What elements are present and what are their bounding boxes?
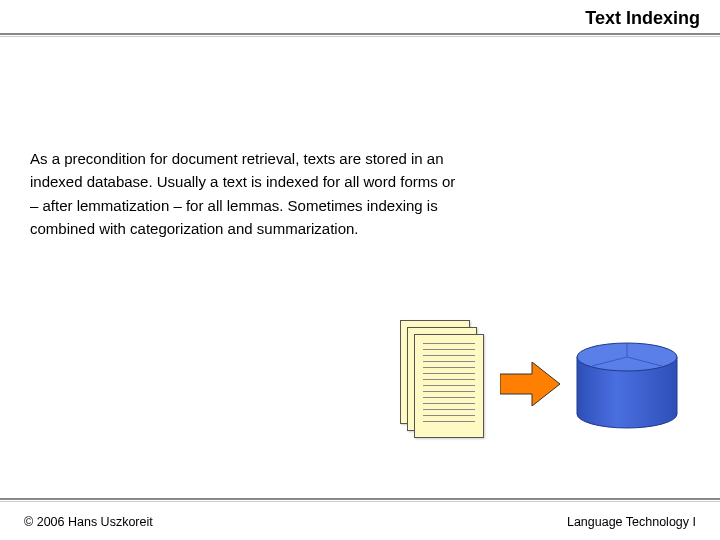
database-cylinder-icon: [572, 342, 682, 432]
arrow-icon: [500, 362, 560, 406]
body-paragraph: As a precondition for document retrieval…: [30, 147, 460, 240]
page-title: Text Indexing: [0, 0, 720, 33]
content-area: As a precondition for document retrieval…: [0, 37, 720, 240]
course-title: Language Technology I: [567, 515, 696, 529]
indexing-diagram: [400, 320, 700, 460]
copyright-text: © 2006 Hans Uszkoreit: [24, 515, 153, 529]
footer-divider: [0, 498, 720, 502]
document-stack-icon: [400, 320, 490, 440]
footer: © 2006 Hans Uszkoreit Language Technolog…: [0, 504, 720, 540]
svg-marker-0: [500, 362, 560, 406]
